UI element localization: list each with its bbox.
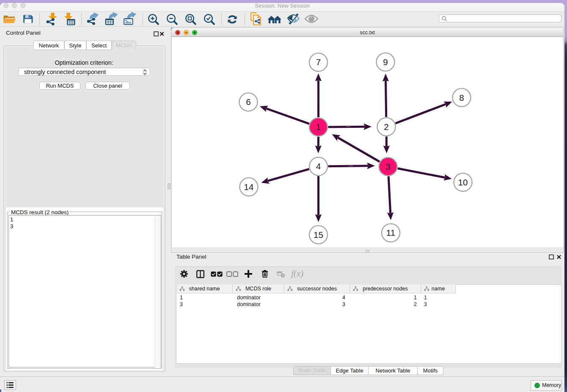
svg-text:10: 10 [458, 177, 468, 187]
svg-text:1: 1 [316, 122, 321, 132]
svg-text:11: 11 [386, 228, 395, 237]
svg-text:7: 7 [316, 57, 321, 67]
svg-text:14: 14 [244, 182, 254, 192]
svg-text:4: 4 [316, 161, 321, 171]
svg-text:3: 3 [385, 162, 390, 171]
svg-text:8: 8 [459, 93, 464, 102]
svg-text:9: 9 [383, 57, 388, 67]
svg-text:2: 2 [384, 122, 388, 132]
svg-text:15: 15 [314, 230, 323, 240]
svg-text:6: 6 [246, 97, 250, 107]
